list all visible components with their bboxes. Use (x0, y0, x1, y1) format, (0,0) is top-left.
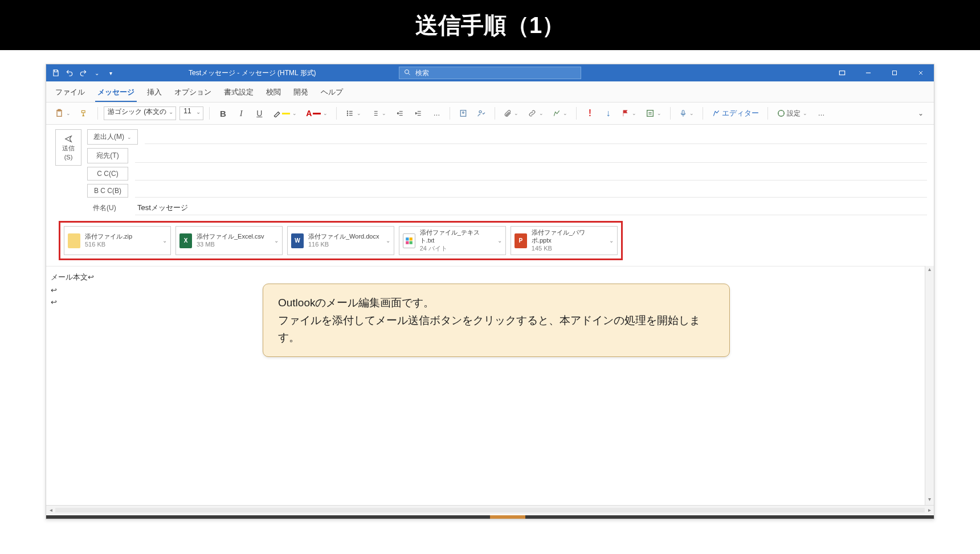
scroll-track[interactable] (55, 508, 925, 512)
svg-rect-15 (409, 237, 412, 240)
attachment-name: 添付ファイル_テキスト.txt (420, 229, 493, 245)
followup-flag-button[interactable]: ⌄ (619, 106, 639, 121)
importance-high-button[interactable]: ! (582, 106, 597, 121)
chevron-down-icon[interactable]: ⌄ (609, 237, 614, 244)
decrease-indent-button[interactable] (393, 106, 407, 121)
svg-point-10 (479, 110, 481, 113)
attachment-item[interactable]: P 添付ファイル_パワポ.pptx 145 KB ⌄ (511, 226, 618, 255)
minimize-button[interactable] (855, 64, 881, 81)
outlook-window: ⌄ ▾ Testメッセージ - メッセージ (HTML 形式) 検索 (46, 64, 934, 519)
svg-rect-17 (409, 241, 412, 244)
highlight-button[interactable]: ⌄ (270, 106, 300, 121)
save-icon[interactable] (52, 69, 60, 77)
assign-policy-button[interactable]: ⌄ (643, 106, 664, 121)
chevron-down-icon[interactable]: ⌄ (386, 237, 390, 244)
qat-dropdown-icon[interactable]: ⌄ (93, 69, 101, 77)
vertical-scrollbar[interactable]: ▴ ▾ (925, 266, 934, 505)
subject-input[interactable] (135, 202, 927, 215)
excel-icon: X (179, 233, 192, 248)
bcc-input[interactable] (135, 184, 927, 198)
qat-customize-icon[interactable]: ▾ (107, 69, 115, 77)
slide-progress-bar (46, 515, 934, 519)
overflow-button[interactable]: … (814, 106, 828, 121)
font-color-button[interactable]: A⌄ (303, 106, 330, 121)
bcc-row: B C C(B) (87, 184, 927, 198)
send-button[interactable]: 送信 (S) (55, 129, 81, 166)
svg-rect-11 (647, 110, 654, 117)
cc-button[interactable]: C C(C) (87, 167, 128, 180)
italic-button[interactable]: I (234, 106, 248, 121)
ribbon-display-icon[interactable] (829, 64, 855, 81)
check-names-button[interactable] (474, 106, 489, 121)
app-stage: ⌄ ▾ Testメッセージ - メッセージ (HTML 形式) 検索 (0, 50, 980, 554)
svg-rect-2 (893, 71, 897, 75)
importance-low-button[interactable]: ↓ (601, 106, 615, 121)
paste-button[interactable]: ⌄ (52, 106, 74, 121)
scroll-right-icon[interactable]: ▸ (925, 507, 934, 513)
attach-file-button[interactable]: ⌄ (501, 106, 521, 121)
scroll-left-icon[interactable]: ◂ (46, 507, 55, 513)
attachment-item[interactable]: 添付ファイル.zip 516 KB ⌄ (64, 226, 171, 255)
message-body[interactable]: メール本文↩ ↩ ↩ Outlookのメール編集画面です。 ファイルを添付してメ… (46, 266, 934, 505)
attachment-item[interactable]: W 添付ファイル_Word.docx 116 KB ⌄ (287, 226, 394, 255)
undo-icon[interactable] (66, 69, 74, 77)
to-input[interactable] (135, 149, 927, 163)
attachment-item[interactable]: X 添付ファイル_Excel.csv 33 MB ⌄ (175, 226, 283, 255)
tab-options[interactable]: オプション (172, 85, 214, 102)
scroll-down-icon[interactable]: ▾ (928, 496, 931, 505)
tab-help[interactable]: ヘルプ (318, 85, 345, 102)
settings-button[interactable]: 設定⌄ (774, 106, 810, 121)
tab-file[interactable]: ファイル (53, 85, 87, 102)
callout-line: Outlookのメール編集画面です。 (278, 294, 714, 311)
slide-title-text: 送信手順（1） (415, 10, 565, 41)
underline-button[interactable]: U (252, 106, 267, 121)
maximize-button[interactable] (881, 64, 908, 81)
bcc-button[interactable]: B C C(B) (87, 184, 128, 198)
svg-point-7 (348, 115, 348, 116)
font-size-select[interactable]: 11 (179, 106, 203, 120)
from-input[interactable] (145, 130, 927, 144)
attachment-item[interactable]: 添付ファイル_テキスト.txt 24 バイト ⌄ (399, 226, 506, 255)
svg-point-6 (348, 113, 348, 113)
increase-indent-button[interactable] (411, 106, 426, 121)
bold-button[interactable]: B (215, 106, 230, 121)
horizontal-scrollbar[interactable]: ◂ ▸ (46, 505, 934, 514)
dictate-button[interactable]: ⌄ (676, 106, 697, 121)
chevron-down-icon[interactable]: ⌄ (497, 237, 502, 244)
more-paragraph-button[interactable]: … (429, 106, 444, 121)
attachment-name: 添付ファイル.zip (85, 233, 132, 241)
collapse-ribbon-icon[interactable]: ⌄ (913, 106, 928, 121)
attachment-name: 添付ファイル_パワポ.pptx (532, 229, 605, 245)
to-button[interactable]: 宛先(T) (87, 148, 128, 163)
cc-input[interactable] (135, 167, 927, 180)
attachment-name: 添付ファイル_Excel.csv (197, 233, 264, 241)
chevron-down-icon[interactable]: ⌄ (162, 237, 167, 244)
link-button[interactable]: ⌄ (525, 106, 546, 121)
tab-insert[interactable]: 挿入 (145, 85, 164, 102)
search-box[interactable]: 検索 (399, 67, 581, 79)
signature-button[interactable]: ⌄ (550, 106, 570, 121)
format-painter-button[interactable] (77, 106, 92, 121)
tab-format[interactable]: 書式設定 (222, 85, 256, 102)
close-button[interactable] (908, 64, 934, 81)
tab-review[interactable]: 校閲 (264, 85, 283, 102)
numbering-button[interactable]: ⌄ (368, 106, 389, 121)
powerpoint-icon: P (514, 233, 527, 248)
separator (670, 107, 671, 120)
ribbon-tabs: ファイル メッセージ 挿入 オプション 書式設定 校閲 開発 ヘルプ (46, 81, 934, 102)
tab-message[interactable]: メッセージ (95, 85, 137, 102)
send-shortcut: (S) (64, 154, 73, 161)
svg-point-5 (348, 111, 348, 112)
address-book-button[interactable] (456, 106, 471, 121)
scroll-up-icon[interactable]: ▴ (928, 266, 931, 275)
from-button[interactable]: 差出人(M) ⌄ (87, 129, 138, 145)
window-titlebar: ⌄ ▾ Testメッセージ - メッセージ (HTML 形式) 検索 (46, 64, 934, 81)
redo-icon[interactable] (79, 69, 87, 77)
ribbon-toolbar: ⌄ 游ゴシック (本文の 11 B I U ⌄ A⌄ ⌄ ⌄ (46, 102, 934, 125)
tab-develop[interactable]: 開発 (291, 85, 311, 102)
bullets-button[interactable]: ⌄ (342, 106, 364, 121)
font-name-select[interactable]: 游ゴシック (本文の (104, 106, 176, 120)
editor-button[interactable]: エディター (709, 106, 762, 121)
svg-point-9 (463, 112, 464, 113)
chevron-down-icon[interactable]: ⌄ (274, 237, 279, 244)
